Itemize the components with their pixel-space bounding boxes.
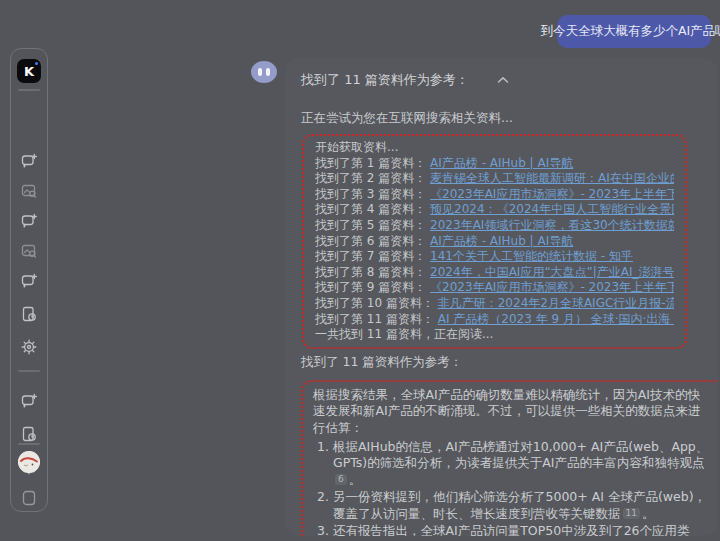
- source-prefix: 找到了第 2 篇资料：: [315, 171, 426, 185]
- references-toggle[interactable]: 找到了 11 篇资料作为参考：: [301, 71, 702, 89]
- source-prefix: 找到了第 8 篇资料：: [315, 265, 426, 279]
- sidebar-divider: [18, 370, 40, 372]
- app-window: K: [0, 0, 720, 541]
- new-chat-icon[interactable]: [21, 153, 37, 169]
- source-link[interactable]: AI产品榜 - AIHub | AI导航: [430, 156, 573, 170]
- source-prefix: 找到了第 11 篇资料：: [315, 312, 434, 326]
- list-item-text: 还有报告指出，全球AI产品访问量TOP50中涉及到了26个应用类别，表明AI产品…: [333, 523, 712, 536]
- new-chat-icon[interactable]: [21, 213, 37, 229]
- image-search-icon[interactable]: [21, 183, 37, 199]
- source-prefix: 找到了第 5 篇资料：: [315, 218, 426, 232]
- answer-list-item: 1. 根据AIHub的信息，AI产品榜通过对10,000+ AI产品(web、A…: [317, 439, 712, 488]
- item-suffix: 。: [642, 506, 655, 521]
- source-row: 找到了第 7 篇资料： 141个关于人工智能的统计数据 - 知乎: [315, 249, 674, 265]
- references-header-label: 找到了 11 篇资料作为参考：: [301, 71, 469, 89]
- list-number: 2.: [317, 489, 333, 522]
- source-link[interactable]: 麦肯锡全球人工智能最新调研：AI在中国企业的落地进 ...: [430, 171, 674, 185]
- assistant-avatar: [251, 61, 277, 83]
- source-link[interactable]: AI 产品榜（2023 年 9 月） 全球·国内·出海 - 腾讯网: [438, 312, 674, 326]
- settings-gear-icon[interactable]: [21, 339, 37, 355]
- citation-badge[interactable]: 6: [335, 474, 347, 485]
- source-row: 找到了第 5 篇资料： 2023年AI领域行业洞察，看这30个统计数据就够了！ …: [315, 218, 674, 234]
- source-link[interactable]: AI产品榜 - AIHub | AI导航: [430, 234, 573, 248]
- source-row: 找到了第 4 篇资料： 预见2024：《2024年中国人工智能行业全景图谱》(附…: [315, 202, 674, 218]
- source-row: 找到了第 9 篇资料： 《2023年AI应用市场洞察》- 2023年上半年下载量…: [315, 280, 674, 296]
- source-prefix: 找到了第 1 篇资料：: [315, 156, 426, 170]
- kimi-logo[interactable]: K: [17, 59, 41, 83]
- answer-list-item: 2. 另一份资料提到，他们精心筛选分析了5000+ AI 全球产品(web)，覆…: [317, 489, 712, 522]
- source-link[interactable]: 141个关于人工智能的统计数据 - 知乎: [430, 249, 633, 263]
- file-history-icon[interactable]: [21, 306, 37, 322]
- item-suffix: 。: [349, 472, 362, 487]
- new-chat-icon[interactable]: [21, 273, 37, 289]
- answer-list: 1. 根据AIHub的信息，AI产品榜通过对10,000+ AI产品(web、A…: [313, 439, 712, 536]
- source-link[interactable]: 《2023年AI应用市场洞察》- 2023年上半年下载量同比增长 ...: [430, 280, 674, 294]
- search-status: 正在尝试为您在互联网搜索相关资料...: [301, 110, 702, 127]
- source-prefix: 找到了第 7 篇资料：: [315, 249, 426, 263]
- search-log-summary: 一共找到 11 篇资料，正在阅读...: [315, 327, 674, 343]
- answer-annotation-box: 根据搜索结果，全球AI产品的确切数量难以精确统计，因为AI技术的快速发展和新AI…: [301, 380, 718, 536]
- list-item-text: 另一份资料提到，他们精心筛选分析了5000+ AI 全球产品(web)，覆盖了从…: [333, 489, 712, 522]
- avatar-eye: [258, 68, 262, 76]
- new-chat-icon[interactable]: [21, 393, 37, 409]
- source-prefix: 找到了第 10 篇资料：: [315, 296, 434, 310]
- sidebar-divider: [18, 443, 40, 445]
- avatar-eye: [266, 68, 270, 76]
- answer-intro: 根据搜索结果，全球AI产品的确切数量难以精确统计，因为AI技术的快速发展和新AI…: [313, 387, 712, 436]
- source-row: 找到了第 3 篇资料： 《2023年AI应用市场洞察》- 2023年上半年下载量…: [315, 187, 674, 203]
- list-item-text: 根据AIHub的信息，AI产品榜通过对10,000+ AI产品(web、App、…: [333, 439, 712, 488]
- citation-badge[interactable]: 11: [623, 508, 640, 519]
- assistant-message-bubble: 找到了 11 篇资料作为参考： 正在尝试为您在互联网搜索相关资料... 开始获取…: [285, 58, 718, 536]
- source-prefix: 找到了第 4 篇资料：: [315, 202, 426, 216]
- source-link[interactable]: 2024年，中国AI应用“大盘点”|产业AI_澎湃号-湃客_澎湃新闻 ...: [430, 265, 674, 279]
- item-body: 根据AIHub的信息，AI产品榜通过对10,000+ AI产品(web、App、…: [333, 439, 708, 470]
- source-row: 找到了第 11 篇资料： AI 产品榜（2023 年 9 月） 全球·国内·出海…: [315, 312, 674, 328]
- source-prefix: 找到了第 9 篇资料：: [315, 280, 426, 294]
- source-row: 找到了第 8 篇资料： 2024年，中国AI应用“大盘点”|产业AI_澎湃号-湃…: [315, 265, 674, 281]
- user-message-bubble: 到今天全球大概有多少个AI产品呢: [557, 15, 711, 48]
- search-log-start: 开始获取资料...: [315, 140, 674, 156]
- list-number: 3.: [317, 523, 333, 536]
- source-row: 找到了第 2 篇资料： 麦肯锡全球人工智能最新调研：AI在中国企业的落地进 ..…: [315, 171, 674, 187]
- source-link[interactable]: 预见2024：《2024年中国人工智能行业全景图谱》(附市场规模 ...: [430, 202, 674, 216]
- chevron-up-icon[interactable]: [497, 76, 509, 84]
- collapse-panel-icon[interactable]: [21, 490, 37, 506]
- image-search-icon[interactable]: [21, 243, 37, 259]
- notification-dot: [35, 62, 38, 65]
- search-log-annotation-box: 开始获取资料... 找到了第 1 篇资料： AI产品榜 - AIHub | AI…: [302, 134, 687, 349]
- sidebar: K: [10, 48, 48, 512]
- source-link[interactable]: 2023年AI领域行业洞察，看这30个统计数据就够了！ - 知乎: [430, 218, 674, 232]
- source-prefix: 找到了第 6 篇资料：: [315, 234, 426, 248]
- source-row: 找到了第 1 篇资料： AI产品榜 - AIHub | AI导航: [315, 156, 674, 172]
- kimi-logo-letter: K: [24, 64, 34, 79]
- item-body: 还有报告指出，全球AI产品访问量TOP50中涉及到了26个应用类别，表明AI产品…: [333, 523, 690, 536]
- file-history-icon[interactable]: [21, 426, 37, 442]
- sidebar-divider: [18, 89, 40, 91]
- user-avatar[interactable]: [18, 451, 40, 473]
- source-row: 找到了第 10 篇资料： 非凡产研：2024年2月全球AIGC行业月报-流量篇|…: [315, 296, 674, 312]
- source-prefix: 找到了第 3 篇资料：: [315, 187, 426, 201]
- list-number: 1.: [317, 439, 333, 488]
- source-link[interactable]: 非凡产研：2024年2月全球AIGC行业月报-流量篇|界面新闻: [438, 296, 674, 310]
- user-message-text: 到今天全球大概有多少个AI产品呢: [540, 23, 720, 40]
- answer-list-item: 3. 还有报告指出，全球AI产品访问量TOP50中涉及到了26个应用类别，表明A…: [317, 523, 712, 536]
- source-row: 找到了第 6 篇资料： AI产品榜 - AIHub | AI导航: [315, 234, 674, 250]
- references-footer-label: 找到了 11 篇资料作为参考：: [301, 354, 702, 371]
- source-link[interactable]: 《2023年AI应用市场洞察》- 2023年上半年下载量同比增长 ...: [430, 187, 674, 201]
